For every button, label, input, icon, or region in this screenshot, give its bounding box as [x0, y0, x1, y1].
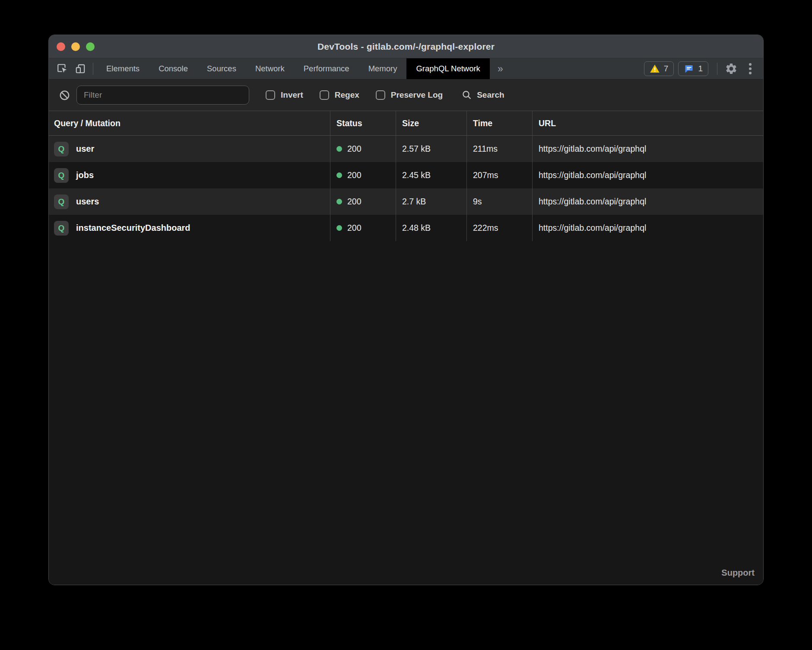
clear-requests-button[interactable] [56, 89, 73, 101]
status-ok-icon [336, 172, 342, 178]
tab-graphql-network[interactable]: GraphQL Network [406, 58, 489, 79]
column-header-time[interactable]: Time [467, 111, 533, 135]
controls-divider [717, 63, 717, 75]
time-cell: 9s [467, 188, 533, 215]
column-header-url[interactable]: URL [533, 111, 763, 135]
tabbar-spacer [511, 58, 644, 79]
time-cell: 207ms [467, 162, 533, 188]
tab-elements[interactable]: Elements [97, 58, 149, 79]
table-row[interactable]: Q user 200 2.57 kB 211ms https://gitlab.… [49, 136, 763, 162]
warnings-badge[interactable]: 7 [644, 61, 674, 76]
filter-input[interactable] [76, 86, 249, 105]
devtools-tabbar: Elements Console Sources Network Perform… [49, 58, 763, 79]
table-row[interactable]: Q users 200 2.7 kB 9s https://gitlab.com… [49, 188, 763, 215]
issues-chat-icon [684, 64, 694, 74]
tab-memory[interactable]: Memory [359, 58, 407, 79]
status-cell: 200 [330, 215, 396, 241]
settings-button[interactable] [722, 60, 741, 77]
url-cell: https://gitlab.com/api/graphql [533, 136, 763, 162]
query-cell: Q user [49, 136, 330, 162]
kebab-menu-icon [749, 63, 752, 74]
query-name: users [76, 197, 99, 207]
traffic-lights [57, 35, 95, 58]
status-code: 200 [347, 144, 362, 154]
status-ok-icon [336, 146, 342, 152]
status-cell: 200 [330, 136, 396, 162]
size-cell: 2.48 kB [396, 215, 467, 241]
status-code: 200 [347, 197, 362, 207]
more-options-button[interactable] [741, 60, 760, 77]
url-cell: https://gitlab.com/api/graphql [533, 215, 763, 241]
query-cell: Q jobs [49, 162, 330, 188]
device-toolbar-button[interactable] [71, 58, 89, 79]
query-cell: Q users [49, 188, 330, 215]
time-cell: 211ms [467, 136, 533, 162]
query-type-icon: Q [54, 168, 69, 183]
warning-triangle-icon [650, 64, 660, 74]
tab-network[interactable]: Network [246, 58, 294, 79]
tab-console[interactable]: Console [149, 58, 197, 79]
invert-label: Invert [281, 90, 303, 100]
search-button[interactable]: Search [462, 90, 504, 100]
window-title: DevTools - gitlab.com/-/graphql-explorer [317, 41, 495, 52]
query-name: instanceSecurityDashboard [76, 223, 190, 233]
search-label: Search [477, 90, 504, 100]
column-header-status[interactable]: Status [330, 111, 396, 135]
gear-icon [725, 62, 738, 75]
titlebar: DevTools - gitlab.com/-/graphql-explorer [49, 35, 763, 58]
time-cell: 222ms [467, 215, 533, 241]
query-type-icon: Q [54, 221, 69, 236]
minimize-window-button[interactable] [71, 42, 80, 51]
regex-checkbox-group[interactable]: Regex [320, 90, 359, 100]
preserve-log-label: Preserve Log [391, 90, 443, 100]
query-type-icon: Q [54, 194, 69, 209]
column-header-size[interactable]: Size [396, 111, 467, 135]
more-tabs-button[interactable]: » [490, 58, 511, 79]
query-cell: Q instanceSecurityDashboard [49, 215, 330, 241]
filter-toolbar: Invert Regex Preserve Log Search [49, 79, 763, 111]
size-cell: 2.7 kB [396, 188, 467, 215]
issues-badge[interactable]: 1 [678, 61, 708, 76]
preserve-log-checkbox-group[interactable]: Preserve Log [376, 90, 443, 100]
invert-checkbox[interactable] [266, 90, 275, 100]
status-cell: 200 [330, 188, 396, 215]
query-name: jobs [76, 170, 94, 180]
support-link[interactable]: Support [721, 568, 755, 578]
size-cell: 2.57 kB [396, 136, 467, 162]
block-icon [59, 89, 70, 101]
warnings-count: 7 [664, 64, 669, 73]
url-cell: https://gitlab.com/api/graphql [533, 188, 763, 215]
table-row[interactable]: Q instanceSecurityDashboard 200 2.48 kB … [49, 215, 763, 241]
invert-checkbox-group[interactable]: Invert [266, 90, 303, 100]
column-header-query[interactable]: Query / Mutation [49, 111, 330, 135]
device-toolbar-icon [75, 63, 86, 74]
tab-sources[interactable]: Sources [197, 58, 246, 79]
status-ok-icon [336, 199, 342, 204]
status-ok-icon [336, 225, 342, 231]
inspect-element-button[interactable] [53, 58, 71, 79]
regex-checkbox[interactable] [320, 90, 329, 100]
tabbar-right-pad [760, 58, 763, 79]
table-row[interactable]: Q jobs 200 2.45 kB 207ms https://gitlab.… [49, 162, 763, 188]
query-type-icon: Q [54, 142, 69, 156]
regex-label: Regex [335, 90, 359, 100]
search-icon [462, 90, 472, 100]
devtools-window: DevTools - gitlab.com/-/graphql-explorer… [48, 35, 764, 585]
zoom-window-button[interactable] [86, 42, 95, 51]
table-header-row: Query / Mutation Status Size Time URL [49, 111, 763, 136]
status-cell: 200 [330, 162, 396, 188]
tabbar-divider [93, 63, 93, 75]
inspect-cursor-icon [57, 63, 68, 74]
query-name: user [76, 144, 94, 154]
requests-table: Query / Mutation Status Size Time URL Q … [49, 111, 763, 241]
tab-performance[interactable]: Performance [294, 58, 359, 79]
close-window-button[interactable] [57, 42, 65, 51]
issues-count: 1 [698, 64, 703, 73]
size-cell: 2.45 kB [396, 162, 467, 188]
status-code: 200 [347, 170, 362, 180]
url-cell: https://gitlab.com/api/graphql [533, 162, 763, 188]
status-code: 200 [347, 223, 362, 233]
preserve-log-checkbox[interactable] [376, 90, 385, 100]
content-empty-area: Support [49, 241, 763, 585]
